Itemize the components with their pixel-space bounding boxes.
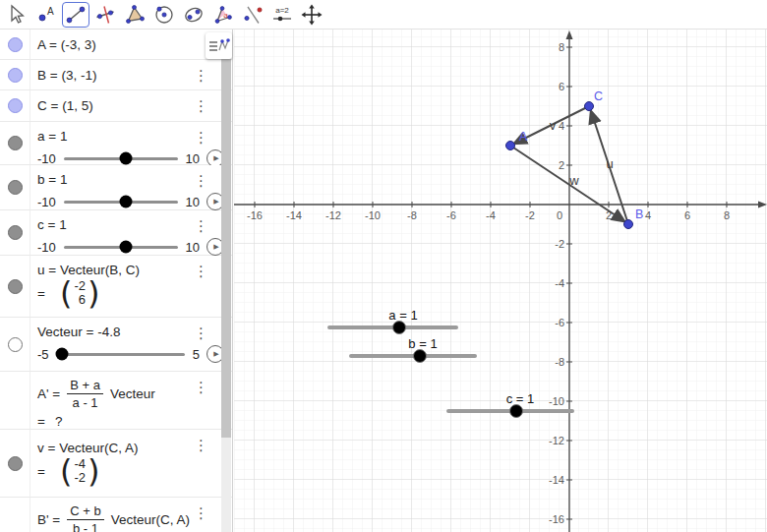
algebra-row-slider-a[interactable]: a = 1 -10 10 ▶ ⋮ [0,122,232,165]
visibility-marble[interactable] [8,225,23,240]
reflect-tool-button[interactable] [239,2,266,28]
algebra-scrollbar-thumb[interactable] [221,59,231,438]
slider-max-label: 10 [186,195,200,209]
cursor-arrow-icon [6,4,28,26]
kebab-menu-icon[interactable]: ⋮ [194,325,208,340]
geogebra-window: A [0,0,767,532]
point-B-definition: B = (3, -1) [37,68,96,83]
vector-v-label: v [550,118,557,133]
visibility-marble[interactable] [8,136,23,150]
slider-max-label: 5 [193,347,200,362]
slider-icon: a=2 [270,4,294,26]
special-lines-tool-button[interactable] [91,2,119,28]
conic-tool-button[interactable] [180,2,207,28]
vector-w-label: w [568,173,579,188]
reflect-line-icon [242,4,264,26]
algebra-row-slider-c[interactable]: c = 1 -10 10 ▶ ⋮ [0,210,232,256]
visibility-marble[interactable] [8,68,23,83]
point-A[interactable] [506,142,515,150]
algebra-row-slider-b[interactable]: b = 1 -10 10 ▶ ⋮ [0,165,232,210]
kebab-menu-icon[interactable]: ⋮ [194,98,208,113]
x-tick-label: -16 [247,209,263,221]
visibility-marble[interactable] [8,37,23,52]
slider-c-track[interactable] [64,246,178,249]
algebra-row-point-C[interactable]: C = (1, 5) ⋮ [0,90,232,122]
algebra-panel: A = (-3, 3) B = (3, -1) ⋮ C = (1, 5) ⋮ a… [0,30,233,532]
canvas-slider-c-knob[interactable] [510,405,523,418]
vector-u-label: u [606,156,613,171]
algebra-row-point-A[interactable]: A = (-3, 3) [0,30,232,60]
slider-min-label: -10 [37,195,56,209]
ellipse-foci-icon [183,4,205,26]
algebra-row-vector-v[interactable]: v = Vecteur(C, A) = ( -4 -2 ) ⋮ [0,430,232,498]
slider-vecteur-track[interactable] [57,353,185,356]
slider-knob[interactable] [120,152,133,165]
kebab-menu-icon[interactable]: ⋮ [194,173,208,188]
slider-min-label: -5 [37,347,49,362]
numerator: B + a [67,378,103,394]
algebra-row-vector-u[interactable]: u = Vecteur(B, C) = ( -2 6 ) ⋮ [0,256,232,318]
graphics-view[interactable]: -16 -14 -12 -10 -8 -6 -4 -2 0 2 4 6 8 8 … [234,30,767,532]
angle-tool-button[interactable]: a [209,2,237,28]
equals-sign: = [37,464,45,479]
algebra-row-Bprime[interactable]: B' = C + b b - 1 Vecteur(C, A) ⋮ [0,498,232,532]
x-tick-label: -12 [325,209,341,221]
visibility-marble[interactable] [8,456,23,471]
canvas-slider-a-knob[interactable] [393,322,406,334]
y-tick-label: 6 [559,81,564,92]
point-tool-button[interactable]: A [32,2,60,28]
svg-text:a=2: a=2 [275,6,289,15]
slider-knob[interactable] [120,196,133,208]
Bprime-lhs: B' = [37,512,60,527]
point-icon: A [35,4,57,26]
visibility-marble[interactable] [8,279,23,294]
algebra-row-slider-vecteur[interactable]: Vecteur = -4.8 -5 5 ▶ ⋮ [0,318,232,372]
kebab-menu-icon[interactable]: ⋮ [194,68,208,83]
move-tool-button[interactable] [3,2,30,28]
denominator: a - 1 [73,394,98,410]
kebab-menu-icon[interactable]: ⋮ [194,505,208,520]
equals-sign: = [37,286,45,301]
polygon-tool-button[interactable] [121,2,148,28]
left-paren: ( [60,456,72,486]
x-tick-label: -14 [286,209,302,221]
slider-knob[interactable] [120,241,133,254]
y-tick-label: 2 [559,159,564,171]
y-tick-label: -16 [549,513,564,525]
point-B[interactable] [624,220,633,229]
point-B-label: B [635,207,643,221]
move-graphics-tool-button[interactable] [298,2,325,28]
toolbar: A [0,0,767,30]
point-A-label: A [519,130,528,144]
segment-tool-button[interactable] [62,2,89,28]
canvas-slider-c-label: c = 1 [506,391,535,406]
kebab-menu-icon[interactable]: ⋮ [194,264,208,278]
move-view-icon [301,4,323,26]
slider-max-label: 10 [186,240,200,255]
visibility-marble[interactable] [8,337,23,352]
slider-b-track[interactable] [64,201,178,204]
input-style-toggle-button[interactable] [206,32,232,59]
kebab-menu-icon[interactable]: ⋮ [194,438,208,452]
visibility-marble[interactable] [8,98,23,113]
algebra-row-Aprime[interactable]: A' = B + a a - 1 Vecteur =? ⋮ [0,372,232,430]
kebab-menu-icon[interactable]: ⋮ [194,380,208,394]
point-C[interactable] [585,102,594,111]
algebra-row-point-B[interactable]: B = (3, -1) ⋮ [0,60,232,90]
x-tick-label: -2 [525,209,535,221]
slider-a-track[interactable] [64,157,178,160]
slider-tool-button[interactable]: a=2 [268,2,296,28]
y-tick-label: -2 [555,238,564,250]
right-paren: ) [88,456,99,486]
x-tick-label: 4 [645,209,651,221]
kebab-menu-icon[interactable]: ⋮ [194,130,208,145]
y-tick-label: -12 [549,435,564,446]
y-tick-label: 8 [559,41,564,53]
visibility-marble[interactable] [8,180,23,195]
kebab-menu-icon[interactable]: ⋮ [194,218,208,233]
crossing-lines-icon [94,4,116,26]
slider-knob[interactable] [55,348,68,361]
equals-sign: = [37,414,45,429]
circle-tool-button[interactable] [150,2,178,28]
canvas-slider-b-knob[interactable] [414,350,427,363]
